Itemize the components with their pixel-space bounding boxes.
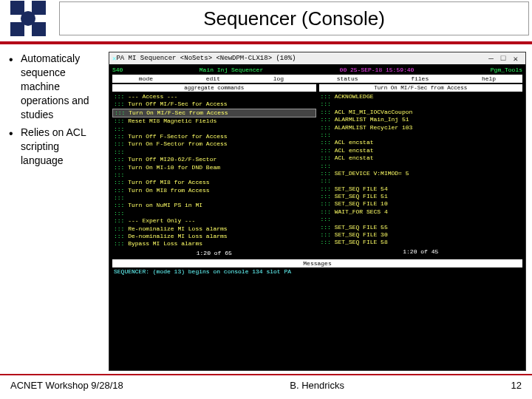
pane-line[interactable]: ::: xyxy=(112,171,316,179)
footer-left: ACNET Workshop 9/28/18 xyxy=(10,380,123,391)
status-line: S40 Main Inj Sequencer 00 25-SEP-18 15:5… xyxy=(112,66,522,74)
message-title: Messages xyxy=(112,259,522,267)
menu-help[interactable]: help xyxy=(479,75,499,82)
pane-line[interactable]: ::: Turn On MI/F-Sec from Access xyxy=(112,109,316,117)
pane-line[interactable]: ::: ACKNOWLEDGE xyxy=(319,93,523,100)
pane-line[interactable]: ::: xyxy=(112,194,316,202)
pane-line[interactable]: ::: ALARMLIST Main_Inj 51 xyxy=(319,116,523,123)
left-pane-title: aggregate commands xyxy=(112,84,316,92)
menu-bar: mode edit log status files help xyxy=(112,75,522,83)
menu-edit[interactable]: edit xyxy=(203,75,223,82)
app-name: Main Inj Sequencer xyxy=(200,66,263,73)
pane-line[interactable]: ::: Turn Off MI8 for Access xyxy=(112,179,316,186)
bullet-item: Automaticaly sequence machine operations… xyxy=(9,52,104,121)
pane-line[interactable]: ::: xyxy=(319,163,523,170)
pane-line[interactable]: ::: SET_SEQ FILE 10 xyxy=(319,200,523,208)
pane-line[interactable]: ::: SET_DEVICE V:MIMOD= 5 xyxy=(319,170,523,177)
pane-line[interactable]: ::: Turn Off F-Sector for Access xyxy=(112,133,316,140)
pane-line[interactable]: ::: Turn On MI-10 for DND Beam xyxy=(112,164,316,171)
message-area: Messages SEQUENCER: (mode 13) begins on … xyxy=(112,259,522,276)
pane-line[interactable]: ::: xyxy=(319,132,523,139)
pane-line[interactable]: ::: SET_SEQ FILE 58 xyxy=(319,239,523,246)
maximize-icon[interactable]: □ xyxy=(501,54,506,64)
bullet-list: Automaticaly sequence machine operations… xyxy=(9,52,109,371)
pane-line[interactable]: ::: Reset MI8 Magnetic Fields xyxy=(112,117,316,125)
window-titlebar: ✕ PA MI Sequencer <NoSets> <NewDPM-CLX18… xyxy=(109,52,525,64)
menu-log[interactable]: log xyxy=(270,75,287,82)
pane-line[interactable]: ::: De-nominalize MI Loss alarms xyxy=(112,233,316,240)
pane-line[interactable]: ::: Turn On MI8 from Access xyxy=(112,187,316,194)
pane-line[interactable]: ::: Turn on NuMI PS in MI xyxy=(112,202,316,209)
pane-line[interactable]: ::: SET_SEQ FILE 51 xyxy=(319,193,523,200)
pane-line[interactable]: ::: xyxy=(112,126,316,133)
pane-line[interactable]: ::: xyxy=(112,149,316,156)
pane-line[interactable]: ::: xyxy=(112,210,316,217)
pane-line[interactable]: ::: Turn Off MI/F-Sec for Access xyxy=(112,100,316,108)
footer-page-number: 12 xyxy=(511,380,522,391)
pane-line[interactable]: ::: WAIT_FOR SECS 4 xyxy=(319,208,523,216)
menu-mode[interactable]: mode xyxy=(136,75,156,82)
pane-line[interactable]: ::: Re-nominalize MI Loss alarms xyxy=(112,225,316,233)
right-counter: 1:20 of 45 xyxy=(319,248,523,255)
pane-line[interactable]: ::: SET_SEQ FILE 30 xyxy=(319,231,523,239)
right-pane-title: Turn On MI/F-Sec from Access xyxy=(319,84,523,92)
pane-line[interactable]: ::: xyxy=(319,216,523,223)
pane-line[interactable]: ::: ACL MI_MI_IOCVacCoupon xyxy=(319,109,523,116)
pane-line[interactable]: ::: SET_SEQ FILE 54 xyxy=(319,185,523,193)
right-pane: Turn On MI/F-Sec from Access ::: ACKNOWL… xyxy=(319,84,523,256)
terminal-screenshot: ✕ PA MI Sequencer <NoSets> <NewDPM-CLX18… xyxy=(109,52,526,371)
logo xyxy=(0,0,55,37)
menu-status[interactable]: status xyxy=(334,75,361,82)
pane-line[interactable]: ::: ACL encstat xyxy=(319,154,523,162)
menu-files[interactable]: files xyxy=(408,75,432,82)
message-line: SEQUENCER: (mode 13) begins on console 1… xyxy=(112,267,522,276)
pane-line[interactable]: ::: Bypass MI Loss alarms xyxy=(112,240,316,248)
pane-line[interactable]: ::: ACL encstat xyxy=(319,139,523,146)
left-counter: 1:20 of 65 xyxy=(112,250,316,256)
close-icon[interactable]: ✕ xyxy=(513,54,518,64)
tool-hint: Pgm_Tools xyxy=(491,66,522,73)
footer: ACNET Workshop 9/28/18 B. Hendricks 12 xyxy=(0,374,532,399)
divider-top xyxy=(0,41,532,44)
pane-line[interactable]: ::: --- Expert Only --- xyxy=(112,217,316,225)
pane-line[interactable]: ::: ACL encstat xyxy=(319,147,523,154)
window-title: PA MI Sequencer <NoSets> <NewDPM-CLX18> … xyxy=(116,55,488,62)
pane-line[interactable]: ::: --- Access --- xyxy=(112,93,316,100)
content-area: Automaticaly sequence machine operations… xyxy=(9,52,526,371)
pane-line[interactable]: ::: SET_SEQ FILE 55 xyxy=(319,224,523,231)
pane-line[interactable]: ::: xyxy=(319,177,523,185)
slide-title-bar: Sequencer (Console) xyxy=(59,1,529,35)
pane-line[interactable]: ::: ALARMLIST Recycler 103 xyxy=(319,124,523,132)
app-id: S40 xyxy=(112,66,123,73)
pane-line[interactable]: ::: Turn On F-Sector from Access xyxy=(112,140,316,148)
slide-title: Sequencer (Console) xyxy=(203,7,385,30)
footer-center: B. Hendricks xyxy=(290,380,344,391)
minimize-icon[interactable]: — xyxy=(488,54,494,64)
left-pane: aggregate commands ::: --- Access ---:::… xyxy=(112,84,316,256)
pane-line[interactable]: ::: xyxy=(319,100,523,108)
pane-line[interactable]: ::: Turn Off MI20-62/F-Sector xyxy=(112,156,316,163)
bullet-item: Relies on ACL scripting language xyxy=(9,126,104,168)
clock: 00 25-SEP-18 15:59:40 xyxy=(340,66,415,73)
